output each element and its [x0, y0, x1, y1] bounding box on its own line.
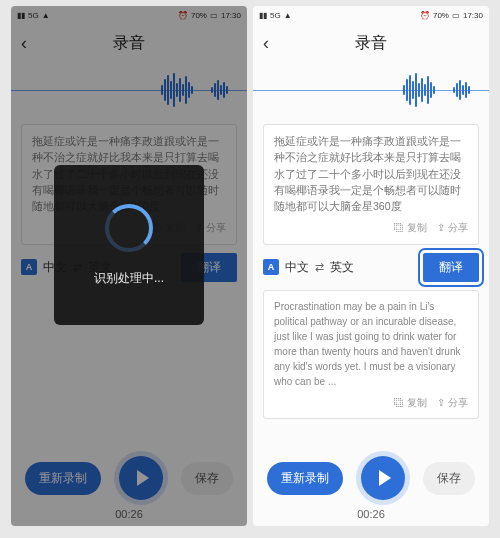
status-bar: ▮▮ 5G ▲ ⏰ 70% ▭ 17:30	[253, 6, 489, 24]
save-button[interactable]: 保存	[423, 462, 475, 495]
battery-percent: 70%	[191, 11, 207, 20]
page-title: 录音	[253, 33, 489, 54]
app-header: ‹ 录音	[253, 24, 489, 62]
waveform-area[interactable]	[11, 62, 247, 118]
network-label: 5G	[28, 11, 39, 20]
dst-language[interactable]: 英文	[330, 259, 354, 276]
rerecord-button[interactable]: 重新录制	[25, 462, 101, 495]
share-button[interactable]: ⇪ 分享	[437, 395, 468, 410]
alarm-icon: ⏰	[178, 11, 188, 20]
transcription-card[interactable]: 拖延症或许是一种痛李政道跟或许是一种不治之症就好比我本来是只打算去喝水了过了二十…	[263, 124, 479, 245]
processing-modal: 识别处理中...	[54, 165, 204, 325]
translation-text: Procrastination may be a pain in Li's po…	[274, 299, 468, 389]
translate-badge-icon: A	[21, 259, 37, 275]
waveform-icon	[403, 70, 435, 110]
back-button[interactable]: ‹	[21, 33, 27, 54]
translation-card[interactable]: Procrastination may be a pain in Li's po…	[263, 290, 479, 419]
translate-button[interactable]: 翻译	[423, 253, 479, 282]
playback-time: 00:26	[115, 508, 143, 520]
rerecord-button[interactable]: 重新录制	[267, 462, 343, 495]
copy-button[interactable]: ⿻ 复制	[394, 395, 427, 410]
clock-time: 17:30	[221, 11, 241, 20]
save-button[interactable]: 保存	[181, 462, 233, 495]
processing-label: 识别处理中...	[94, 270, 164, 287]
waveform-icon	[161, 70, 193, 110]
play-button[interactable]	[119, 456, 163, 500]
phone-screen-processing: ▮▮ 5G ▲ ⏰ 70% ▭ 17:30 ‹ 录音 拖延症或许是一种痛李政道跟…	[11, 6, 247, 526]
clock-time: 17:30	[463, 11, 483, 20]
signal-icon: ▮▮	[17, 11, 25, 20]
spinner-icon	[105, 204, 153, 252]
app-header: ‹ 录音	[11, 24, 247, 62]
play-icon	[137, 470, 149, 486]
play-icon	[379, 470, 391, 486]
battery-icon: ▭	[210, 11, 218, 20]
back-button[interactable]: ‹	[263, 33, 269, 54]
phone-screen-result: ▮▮ 5G ▲ ⏰ 70% ▭ 17:30 ‹ 录音 拖延症或许是一种痛李政道跟…	[253, 6, 489, 526]
wifi-icon: ▲	[284, 11, 292, 20]
network-label: 5G	[270, 11, 281, 20]
status-bar: ▮▮ 5G ▲ ⏰ 70% ▭ 17:30	[11, 6, 247, 24]
alarm-icon: ⏰	[420, 11, 430, 20]
share-button[interactable]: ⇪ 分享	[437, 220, 468, 236]
waveform-icon	[211, 70, 228, 110]
bottom-bar: 重新录制 保存 00:26	[253, 446, 489, 526]
copy-button[interactable]: ⿻ 复制	[394, 220, 427, 236]
playback-time: 00:26	[357, 508, 385, 520]
signal-icon: ▮▮	[259, 11, 267, 20]
waveform-area[interactable]	[253, 62, 489, 118]
transcription-text: 拖延症或许是一种痛李政道跟或许是一种不治之症就好比我本来是只打算去喝水了过了二十…	[274, 133, 468, 214]
swap-icon[interactable]: ⇄	[315, 261, 324, 274]
bottom-bar: 重新录制 保存 00:26	[11, 446, 247, 526]
battery-percent: 70%	[433, 11, 449, 20]
battery-icon: ▭	[452, 11, 460, 20]
play-button[interactable]	[361, 456, 405, 500]
wifi-icon: ▲	[42, 11, 50, 20]
waveform-icon	[453, 70, 470, 110]
translate-badge-icon: A	[263, 259, 279, 275]
src-language[interactable]: 中文	[285, 259, 309, 276]
language-row: A 中文 ⇄ 英文 翻译	[263, 253, 479, 282]
page-title: 录音	[11, 33, 247, 54]
